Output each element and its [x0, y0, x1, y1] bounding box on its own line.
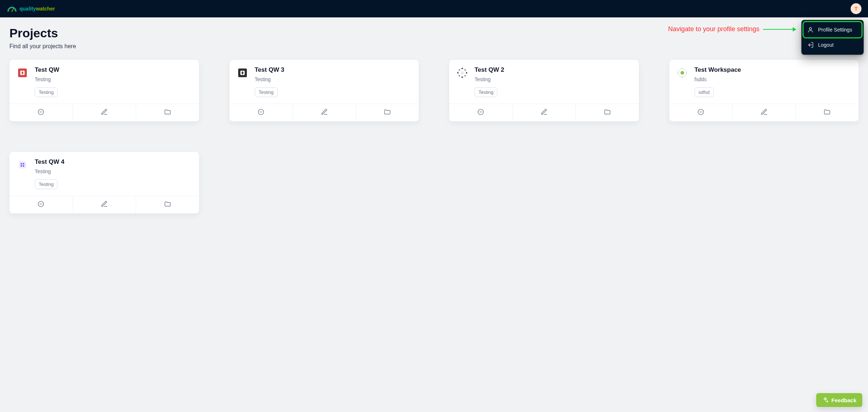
svg-rect-35	[21, 163, 22, 165]
project-card-body: Test Workspacefsddssdfsd	[669, 60, 859, 102]
arrow-right-icon	[763, 29, 796, 30]
avatar-initial: T	[855, 6, 858, 12]
folder-icon	[604, 108, 611, 117]
project-tags: sdfsd	[695, 87, 741, 97]
project-actions	[449, 104, 639, 121]
open-button[interactable]	[136, 104, 199, 121]
project-meta: Test QWTestingTesting	[35, 66, 59, 97]
minus-circle-icon	[477, 108, 484, 117]
svg-point-27	[681, 71, 684, 75]
menu-logout[interactable]: Logout	[804, 37, 861, 53]
project-title: Test QW 2	[475, 66, 504, 74]
svg-point-31	[677, 72, 678, 74]
project-tag: sdfsd	[695, 87, 714, 97]
project-subtitle: Testing	[35, 76, 59, 82]
project-actions	[9, 196, 199, 213]
minus-circle-icon	[697, 108, 704, 117]
menu-profile-settings[interactable]: Profile Settings	[804, 22, 861, 37]
archive-button[interactable]	[669, 104, 733, 121]
svg-point-30	[682, 77, 683, 78]
brand-name-quality: quality	[20, 6, 36, 12]
topbar: qualitywatcher T	[0, 0, 868, 17]
project-card-body: Test QWTestingTesting	[9, 60, 199, 102]
svg-point-2	[809, 28, 812, 30]
project-tags: Testing	[475, 87, 504, 97]
menu-profile-label: Profile Settings	[818, 27, 852, 33]
edit-button[interactable]	[73, 104, 136, 121]
open-button[interactable]	[576, 104, 639, 121]
svg-point-29	[686, 72, 687, 74]
svg-point-19	[464, 69, 465, 70]
project-tags: Testing	[35, 179, 64, 189]
pencil-icon	[760, 108, 768, 117]
project-meta: Test QW 4TestingTesting	[35, 158, 64, 189]
edit-button[interactable]	[732, 104, 796, 121]
project-tags: Testing	[255, 87, 285, 97]
project-card[interactable]: Test QW 2TestingTesting	[449, 60, 639, 121]
brand-logo-icon	[7, 5, 17, 13]
feedback-button[interactable]: Feedback	[816, 393, 862, 407]
edit-button[interactable]	[513, 104, 576, 121]
svg-point-15	[462, 68, 463, 69]
avatar[interactable]: T	[851, 3, 861, 14]
logout-icon	[807, 42, 814, 48]
svg-line-1	[12, 8, 14, 11]
project-tag: Testing	[35, 87, 58, 97]
project-card[interactable]: Test QW 3TestingTesting	[229, 60, 419, 121]
svg-rect-37	[21, 165, 22, 167]
project-meta: Test Workspacefsddssdfsd	[695, 66, 741, 97]
folder-icon	[164, 108, 171, 117]
sparkle-icon	[822, 397, 829, 403]
archive-button[interactable]	[9, 196, 73, 213]
project-title: Test QW	[35, 66, 59, 74]
project-actions	[669, 104, 859, 121]
project-subtitle: Testing	[255, 76, 285, 82]
project-title: Test QW 3	[255, 66, 285, 74]
project-subtitle: Testing	[475, 76, 504, 82]
archive-button[interactable]	[229, 104, 293, 121]
open-button[interactable]	[136, 196, 199, 213]
minus-circle-icon	[257, 108, 265, 117]
project-icon	[456, 66, 469, 79]
edit-button[interactable]	[73, 196, 136, 213]
pencil-icon	[540, 108, 548, 117]
svg-rect-38	[23, 165, 24, 167]
brand[interactable]: qualitywatcher	[7, 5, 55, 13]
open-button[interactable]	[796, 104, 859, 121]
project-card[interactable]: Test Workspacefsddssdfsd	[669, 60, 859, 121]
svg-rect-36	[23, 163, 24, 165]
project-icon	[16, 66, 29, 79]
menu-logout-label: Logout	[818, 42, 834, 48]
svg-point-16	[466, 72, 467, 74]
project-actions	[229, 104, 419, 121]
svg-point-20	[464, 75, 465, 76]
project-tag: Testing	[475, 87, 497, 97]
svg-rect-34	[19, 161, 26, 168]
open-button[interactable]	[356, 104, 419, 121]
page: Projects Find all your projects here Tes…	[0, 17, 868, 222]
project-meta: Test QW 2TestingTesting	[475, 66, 504, 97]
page-subtitle: Find all your projects here	[9, 43, 859, 50]
projects-grid: Test QWTestingTesting Test QW 3TestingTe…	[9, 60, 859, 213]
project-tag: Testing	[255, 87, 278, 97]
archive-button[interactable]	[449, 104, 513, 121]
project-subtitle: fsdds	[695, 76, 741, 82]
svg-rect-23	[461, 71, 464, 74]
user-menu: Profile Settings Logout	[801, 20, 864, 55]
project-card[interactable]: Test QWTestingTesting	[9, 60, 199, 121]
edit-button[interactable]	[292, 104, 356, 121]
project-actions	[9, 104, 199, 121]
svg-point-22	[459, 69, 460, 70]
pencil-icon	[101, 108, 108, 117]
pencil-icon	[101, 200, 108, 209]
svg-point-17	[462, 76, 463, 78]
project-card-body: Test QW 3TestingTesting	[229, 60, 419, 102]
project-subtitle: Testing	[35, 168, 64, 174]
feedback-label: Feedback	[831, 397, 856, 403]
callout-annotation: Navigate to your profile settings	[668, 25, 796, 33]
project-card[interactable]: Test QW 4TestingTesting	[9, 152, 199, 213]
brand-name: qualitywatcher	[20, 6, 55, 12]
archive-button[interactable]	[9, 104, 73, 121]
project-tag: Testing	[35, 179, 58, 189]
brand-name-watcher: watcher	[36, 6, 55, 12]
